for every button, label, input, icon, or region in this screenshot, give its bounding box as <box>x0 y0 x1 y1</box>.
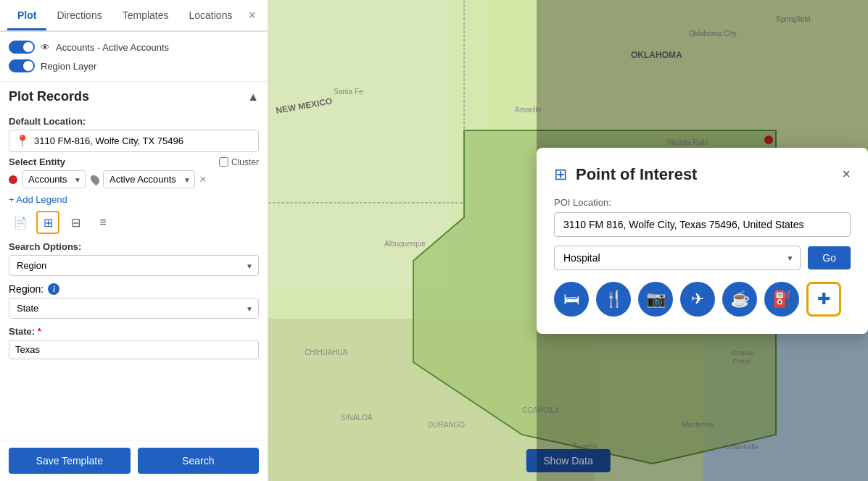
sidebar: Plot Directions Templates Locations × 👁 … <box>0 0 268 481</box>
tab-templates[interactable]: Templates <box>112 2 179 30</box>
search-button[interactable]: Search <box>138 448 260 474</box>
svg-text:Santa Fe: Santa Fe <box>334 88 363 96</box>
sidebar-content: Default Location: 📍 Select Entity Cluste… <box>0 109 268 440</box>
modal-overlay: ⊞ Point of Interest × POI Location: Hosp… <box>537 0 868 481</box>
list-toolbar-btn[interactable]: ≡ <box>91 211 115 234</box>
cluster-checkbox-row: Cluster <box>219 157 259 167</box>
modal-header: ⊞ Point of Interest × <box>554 165 851 184</box>
entity1-select[interactable]: Accounts <box>22 170 86 188</box>
tab-directions[interactable]: Directions <box>46 2 112 30</box>
svg-text:DURANGO: DURANGO <box>428 421 465 429</box>
layer-row-1: 👁 Accounts - Active Accounts <box>9 38 259 57</box>
layer-section: 👁 Accounts - Active Accounts Region Laye… <box>0 32 268 82</box>
coffee-icon-btn[interactable]: ☕ <box>722 282 757 317</box>
hospital-icon-btn[interactable]: ✚ <box>806 282 841 317</box>
select-entity-row: Select Entity Cluster <box>9 156 259 167</box>
info-icon: i <box>48 283 59 295</box>
grid-toolbar-btn[interactable]: ⊟ <box>64 211 87 234</box>
hotel-icon-btn[interactable]: 🛏 <box>554 282 589 317</box>
region-label-row: Region: i <box>9 283 259 295</box>
entity2-select[interactable]: Active Accounts <box>103 170 195 188</box>
entity-dropdowns: Accounts Active Accounts × <box>9 170 259 188</box>
section-header: Plot Records ▲ <box>0 82 268 109</box>
poi-dropdown-row: Hospital Go <box>554 246 851 270</box>
bottom-buttons: Save Template Search <box>0 440 268 481</box>
entity1-dropdown-wrap: Accounts <box>22 170 86 188</box>
default-location-field[interactable]: 📍 <box>9 130 259 152</box>
region-select[interactable]: State <box>9 298 259 319</box>
tab-locations[interactable]: Locations <box>179 2 243 30</box>
collapse-icon[interactable]: ▲ <box>247 91 259 104</box>
default-location-label: Default Location: <box>9 116 259 127</box>
select-entity-label: Select Entity <box>9 156 215 167</box>
entity-pin-icon <box>89 173 102 185</box>
state-input[interactable] <box>15 344 252 355</box>
tab-plot[interactable]: Plot <box>7 2 46 30</box>
save-template-button[interactable]: Save Template <box>9 448 131 474</box>
map-area: NEW MEXICO OKLAHOMA Oklahoma City Spring… <box>268 0 868 481</box>
plot-records-title: Plot Records <box>9 89 89 104</box>
poi-go-button[interactable]: Go <box>808 246 851 269</box>
tabs-bar: Plot Directions Templates Locations × <box>0 0 268 32</box>
search-options-wrap: Region <box>9 255 259 276</box>
poi-modal: ⊞ Point of Interest × POI Location: Hosp… <box>537 148 868 334</box>
location-pin-icon: 📍 <box>15 134 30 148</box>
remove-entity-icon[interactable]: × <box>199 173 206 186</box>
modal-close-icon[interactable]: × <box>842 166 851 183</box>
fuel-icon-btn[interactable]: ⛽ <box>764 282 799 317</box>
airport-icon-btn[interactable]: ✈ <box>680 282 715 317</box>
poi-category-select[interactable]: Hospital <box>554 246 801 270</box>
toolbar-icons: 📄 ⊞ ⊟ ≡ <box>9 211 259 234</box>
state-label: State: * <box>9 326 259 337</box>
add-legend-btn[interactable]: + Add Legend <box>9 194 67 205</box>
close-icon[interactable]: × <box>242 5 262 26</box>
poi-location-label: POI Location: <box>554 197 851 208</box>
search-options-label: Search Options: <box>9 241 259 252</box>
region-label: Region: <box>9 283 44 295</box>
region-dropdown-wrap: State <box>9 298 259 319</box>
layer1-label: Accounts - Active Accounts <box>56 42 169 53</box>
poi-location-input[interactable] <box>554 212 851 237</box>
svg-text:CHIHUAHUA: CHIHUAHUA <box>305 348 348 356</box>
layer2-toggle[interactable] <box>9 59 35 72</box>
search-options-select[interactable]: Region <box>9 255 259 276</box>
layer1-toggle[interactable] <box>9 41 35 54</box>
poi-toolbar-btn[interactable]: ⊞ <box>36 211 59 234</box>
default-location-input[interactable] <box>34 135 252 146</box>
state-field[interactable] <box>9 340 259 359</box>
modal-title: Point of Interest <box>576 165 833 184</box>
entity2-dropdown-wrap: Active Accounts <box>103 170 195 188</box>
svg-text:Albuquerque: Albuquerque <box>384 240 426 248</box>
layer-row-2: Region Layer <box>9 57 259 75</box>
food-icon-btn[interactable]: 🍴 <box>596 282 631 317</box>
entity-dot-icon <box>9 175 17 184</box>
poi-icons-row: 🛏 🍴 📷 ✈ ☕ ⛽ ✚ <box>554 282 851 317</box>
poi-select-wrap: Hospital <box>554 246 801 270</box>
doc-toolbar-btn[interactable]: 📄 <box>9 211 32 234</box>
camera-icon-btn[interactable]: 📷 <box>638 282 673 317</box>
eye-icon: 👁 <box>41 42 50 53</box>
cluster-checkbox[interactable] <box>219 157 228 167</box>
cluster-label: Cluster <box>231 157 259 167</box>
poi-modal-icon: ⊞ <box>554 165 567 184</box>
layer2-label: Region Layer <box>41 61 96 72</box>
svg-text:SINALOA: SINALOA <box>341 414 373 422</box>
